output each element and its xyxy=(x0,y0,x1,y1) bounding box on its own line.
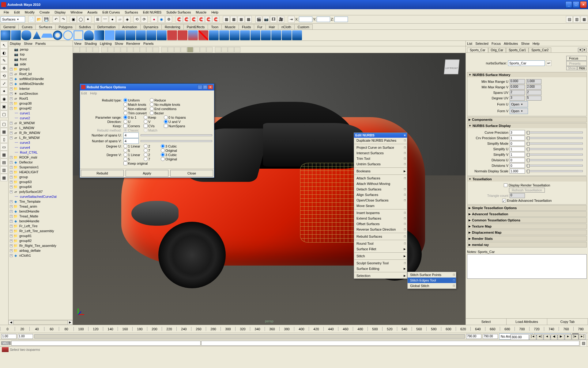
attr-load-button[interactable]: Load Attributes xyxy=(507,319,547,325)
option-box-icon[interactable]: □ xyxy=(404,163,406,166)
shelf-tab-polygons[interactable]: Polygons xyxy=(55,24,76,29)
menu-help[interactable]: Help xyxy=(209,10,221,15)
tool-magnet-a[interactable]: 🧲 xyxy=(176,16,183,23)
expand-icon[interactable]: + xyxy=(10,171,13,174)
menu-item[interactable]: Sculpt Geometry Tool□ xyxy=(354,260,407,266)
section-components-header[interactable]: ▶Components xyxy=(467,117,586,122)
vp-tool-13[interactable] xyxy=(153,47,159,52)
shelf-tab-hair[interactable]: Hair xyxy=(266,24,278,29)
module-selector[interactable]: Surfaces▼ xyxy=(1,16,25,22)
expand-icon[interactable]: + xyxy=(10,82,13,85)
option-box-icon[interactable]: □ xyxy=(404,242,406,245)
tool-magnet-f[interactable]: 🧲 xyxy=(213,16,219,23)
tool-show-manip[interactable]: ▣ xyxy=(0,103,8,110)
step-fwd-key-button[interactable]: |► xyxy=(572,334,579,340)
section-disp-map-header[interactable]: ▶Displacement Map xyxy=(467,230,586,235)
notes-field[interactable] xyxy=(467,254,587,279)
outliner-item[interactable]: +📁Rr_Right_Tire_assembly xyxy=(9,243,72,248)
radio-trim-convert[interactable]: Trim convert xyxy=(123,111,148,115)
time-slider[interactable]: 0204060801001201401601802002202402602803… xyxy=(0,325,588,333)
tool-snap-live[interactable]: ◈ xyxy=(124,16,130,23)
expand-icon[interactable]: + xyxy=(10,107,13,110)
vp-tool-4[interactable] xyxy=(93,47,99,52)
tool-lasso[interactable]: ◐ xyxy=(0,49,8,56)
outliner-item[interactable]: +📁group81 xyxy=(9,233,72,238)
vp-menu-lighting[interactable]: Lighting xyxy=(100,42,112,45)
rebuild-button[interactable]: Rebuild xyxy=(81,170,124,177)
menu-item[interactable]: Move Seam xyxy=(354,203,407,209)
menu-modify[interactable]: Modify xyxy=(22,10,37,15)
expand-icon[interactable]: + xyxy=(10,127,13,129)
tool-magnet-b[interactable]: 🧲 xyxy=(183,16,190,23)
menu-item[interactable]: Surface Fillet▶ xyxy=(354,246,407,252)
outliner-item[interactable]: +📁Suspension1 xyxy=(9,165,72,170)
radio-degv-7[interactable]: 7 xyxy=(144,157,159,161)
ctx-close-icon[interactable]: × xyxy=(404,133,406,137)
tool-open-scene[interactable]: 📂 xyxy=(36,16,42,23)
cmd-input[interactable] xyxy=(11,341,201,346)
menu-item[interactable]: Duplicate NURBS Patches□ xyxy=(354,138,407,143)
vp-tool-15[interactable] xyxy=(168,47,174,52)
tool-clapper[interactable]: 🎞 xyxy=(270,16,277,23)
outliner-item[interactable]: +📁group xyxy=(9,174,72,179)
tool-snap-curve[interactable]: 〰 xyxy=(102,16,108,23)
attr-node-name-field[interactable] xyxy=(508,60,545,66)
slider-divu[interactable] xyxy=(526,159,583,161)
val-divv[interactable] xyxy=(510,163,525,168)
menu-item[interactable]: Trim Tool□ xyxy=(354,156,407,161)
option-box-icon[interactable]: □ xyxy=(404,177,406,180)
shelf-loft[interactable] xyxy=(94,30,104,40)
outliner-item[interactable]: 〰curve1 xyxy=(9,111,72,116)
shelf-square[interactable] xyxy=(74,30,83,40)
outliner-item[interactable]: +📁airbag_deflate xyxy=(9,248,72,253)
expand-icon[interactable]: + xyxy=(10,92,13,95)
dialog-menu-edit[interactable]: Edit xyxy=(81,91,87,95)
val-simpv[interactable] xyxy=(510,152,525,157)
vp-tool-14[interactable] xyxy=(161,47,168,52)
submenu-item[interactable]: Stitch Edges Tool□ xyxy=(408,278,456,283)
tool-select-mode[interactable]: ▣ xyxy=(70,16,77,23)
outliner-list[interactable]: 📷persp📷top📷front📷side+📁group1+▱Roof_lid+… xyxy=(9,46,73,320)
outliner-item[interactable]: +◆Deflector xyxy=(9,160,72,165)
tool-paint[interactable]: ✎ xyxy=(0,57,8,64)
option-box-icon[interactable]: □ xyxy=(404,188,406,191)
expand-icon[interactable]: + xyxy=(10,122,13,125)
radio-dir-uv[interactable]: U and V xyxy=(164,120,191,124)
tool-undo[interactable]: ↶ xyxy=(53,16,59,23)
dialog-maximize-button[interactable]: □ xyxy=(203,85,208,89)
radio-degv-2[interactable]: 2 xyxy=(144,153,159,157)
outliner-item[interactable]: 〰curve2 xyxy=(9,116,72,121)
tool-redo[interactable]: ↷ xyxy=(60,16,67,23)
shelf-tab-dynamics[interactable]: Dynamics xyxy=(140,24,162,29)
coord-y-field[interactable] xyxy=(317,17,330,22)
attr-tab-3[interactable]: Sports_Car2 xyxy=(529,48,551,52)
expand-icon[interactable]: + xyxy=(10,132,13,134)
menu-assets[interactable]: Assets xyxy=(85,10,100,15)
menu-surfaces[interactable]: Surfaces xyxy=(122,10,140,15)
radio-degv-1[interactable]: 1 Linear xyxy=(123,153,142,157)
minimize-button[interactable]: _ xyxy=(565,1,572,8)
range-anim-start-field[interactable] xyxy=(18,334,33,339)
shelf-tab-fluids[interactable]: Fluids xyxy=(239,24,254,29)
vp-tool-19[interactable] xyxy=(194,47,200,52)
val-crvshaded[interactable] xyxy=(510,136,525,140)
dialog-close-button[interactable]: × xyxy=(208,85,213,89)
outliner-item[interactable]: +📁Interior xyxy=(9,86,72,91)
shelf-detach[interactable] xyxy=(219,30,229,40)
outliner-item[interactable]: 📷side xyxy=(9,62,72,67)
radio-keep[interactable]: Keep xyxy=(144,115,162,119)
layout-four[interactable]: ▦ xyxy=(0,128,8,135)
attr-nav-back[interactable]: ↩ xyxy=(546,60,552,66)
outliner-item[interactable]: +📁HEADLIGHT xyxy=(9,170,72,174)
expand-icon[interactable]: + xyxy=(10,166,13,169)
option-box-icon[interactable]: □ xyxy=(404,235,406,238)
expand-icon[interactable]: + xyxy=(10,161,13,164)
menu-item[interactable]: Detach Surfaces□ xyxy=(354,186,407,192)
layout-graph[interactable]: ▥ xyxy=(0,166,8,174)
outliner-item[interactable]: +◆Tire_Template xyxy=(9,199,72,204)
tool-scale[interactable]: ⤢ xyxy=(0,80,8,87)
layout-three[interactable]: ▦ xyxy=(0,151,8,158)
slider-spans-v[interactable] xyxy=(141,140,212,142)
shelf-tab-curves[interactable]: Curves xyxy=(18,24,36,29)
tool-render-settings[interactable]: ⚙ xyxy=(165,16,172,23)
